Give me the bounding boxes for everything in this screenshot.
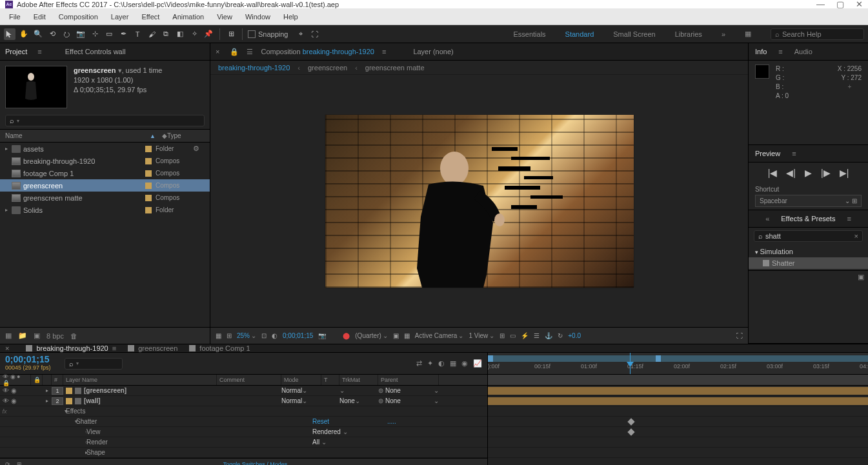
- snap-collapse-icon[interactable]: ⛶: [309, 28, 321, 40]
- workspace-overflow-icon[interactable]: »: [722, 30, 725, 38]
- close-tab-icon[interactable]: ×: [5, 344, 9, 352]
- reset-exposure-icon[interactable]: ↻: [558, 332, 563, 339]
- effect-item[interactable]: Shatter: [749, 257, 868, 269]
- timeline-track[interactable]: [488, 427, 868, 437]
- menu-animation[interactable]: Animation: [166, 10, 210, 23]
- timeline-layer-row[interactable]: 👁◉▸2[wall]NormalNone⊚ None: [0, 396, 487, 406]
- timeline-property-row[interactable]: ▾ShatterReset.....: [0, 417, 487, 427]
- panel-menu-icon[interactable]: ≡: [778, 48, 782, 55]
- text-tool[interactable]: T: [132, 28, 143, 40]
- roto-tool[interactable]: ✧: [188, 28, 200, 40]
- draft-3d-icon[interactable]: ✦: [427, 359, 433, 368]
- play-button[interactable]: ▶: [805, 168, 812, 178]
- timeline-tab[interactable]: breaking-through-1920 ≡: [26, 344, 116, 352]
- hand-tool[interactable]: ✋: [18, 28, 30, 40]
- graph-editor-icon[interactable]: 📈: [473, 359, 482, 368]
- panel-menu-icon[interactable]: ≡: [847, 215, 851, 223]
- zoom-tool[interactable]: 🔍: [32, 28, 44, 40]
- minimize-button[interactable]: —: [816, 0, 825, 9]
- clone-tool[interactable]: ⧉: [160, 28, 172, 40]
- resolution-icon[interactable]: ⊡: [261, 332, 267, 339]
- trash-icon[interactable]: 🗑: [70, 332, 77, 340]
- comp-mini-flowchart-icon[interactable]: ⇄: [416, 359, 422, 368]
- composition-tab[interactable]: Composition breaking-through-1920: [261, 48, 374, 55]
- crumb-item[interactable]: greenscreen matte: [365, 64, 425, 72]
- menu-window[interactable]: Window: [239, 10, 277, 23]
- menu-file[interactable]: File: [3, 10, 27, 23]
- mask-icon[interactable]: ◐: [272, 332, 278, 339]
- crumb-item[interactable]: greenscreen: [308, 64, 347, 72]
- timeline-timecode[interactable]: 0;00;01;15 00045 (29.97 fps): [0, 353, 62, 374]
- tab-preview[interactable]: Preview: [755, 150, 780, 157]
- shape-tool[interactable]: ▭: [103, 28, 115, 40]
- panel-menu-icon[interactable]: ≡: [382, 48, 386, 55]
- hide-shy-icon[interactable]: ◐: [438, 359, 445, 368]
- timeline-track[interactable]: [488, 386, 868, 396]
- layer-tab[interactable]: Layer (none): [413, 48, 453, 55]
- flowchart-icon[interactable]: ⚓: [545, 332, 552, 339]
- maximize-icon[interactable]: ⛶: [736, 332, 743, 339]
- workspace-libraries[interactable]: Libraries: [675, 30, 702, 38]
- menu-effect[interactable]: Effect: [135, 10, 166, 23]
- composition-viewer[interactable]: [210, 75, 748, 327]
- menu-composition[interactable]: Composition: [52, 10, 105, 23]
- tab-effects-presets[interactable]: Effects & Presets: [781, 215, 835, 223]
- timeline-icon[interactable]: ☰: [534, 332, 540, 339]
- panel-menu-icon[interactable]: ≡: [37, 48, 41, 55]
- bpc-label[interactable]: 8 bpc: [46, 332, 64, 340]
- workspace-standard[interactable]: Standard: [565, 30, 594, 38]
- local-axis-icon[interactable]: ⊞: [225, 28, 237, 40]
- timecode-display[interactable]: 0;00;01;15: [283, 332, 313, 339]
- timeline-ruler[interactable]: ):00f00:15f01:00f01:15f02:00f02:15f03:00…: [488, 353, 868, 375]
- project-item[interactable]: footage Comp 1Compos: [0, 167, 210, 179]
- first-frame-button[interactable]: |◀: [768, 168, 778, 178]
- eraser-tool[interactable]: ◧: [174, 28, 186, 40]
- timeline-tab[interactable]: footage Comp 1: [189, 344, 250, 352]
- timeline-track[interactable]: [488, 448, 868, 458]
- menu-view[interactable]: View: [210, 10, 239, 23]
- tab-audio[interactable]: Audio: [794, 48, 812, 55]
- project-item[interactable]: greenscreen matteCompos: [0, 192, 210, 204]
- project-item[interactable]: ▸assetsFolder⚙: [0, 143, 210, 155]
- pixel-aspect-icon[interactable]: ▭: [510, 332, 516, 339]
- new-folder-icon[interactable]: 📁: [18, 331, 27, 340]
- grid-icon[interactable]: ⊞: [227, 332, 232, 339]
- zoom-dropdown[interactable]: 25%: [237, 332, 256, 339]
- timeline-property-row[interactable]: ○ViewRendered ⌄: [0, 427, 487, 437]
- tab-info[interactable]: Info: [755, 48, 767, 55]
- view-icon[interactable]: ⊞: [500, 332, 505, 339]
- brush-tool[interactable]: 🖌: [146, 28, 157, 40]
- fast-preview-icon[interactable]: ⚡: [521, 332, 529, 339]
- camera-dropdown[interactable]: Active Camera: [415, 332, 464, 339]
- timeline-property-row[interactable]: fx▾Effects: [0, 406, 487, 417]
- project-search-input[interactable]: ⌕▾: [5, 115, 205, 126]
- tab-project[interactable]: Project: [5, 48, 27, 55]
- timeline-track[interactable]: [488, 417, 868, 427]
- new-bin-icon[interactable]: ▣: [858, 273, 864, 281]
- timeline-property-row[interactable]: ○RenderAll ⌄: [0, 437, 487, 448]
- crumb-item[interactable]: breaking-through-1920: [218, 64, 290, 72]
- tab-effect-controls[interactable]: Effect Controls wall: [65, 48, 126, 55]
- timeline-track[interactable]: [488, 406, 868, 417]
- channel-icon[interactable]: ⬤: [343, 332, 350, 339]
- timeline-search-input[interactable]: ⌕▾: [65, 358, 123, 370]
- selection-tool[interactable]: [4, 28, 15, 40]
- last-frame-button[interactable]: ▶|: [840, 168, 849, 178]
- project-item[interactable]: ▸SolidsFolder: [0, 204, 210, 216]
- rotation-tool[interactable]: ⭮: [61, 28, 72, 40]
- frame-blend-icon[interactable]: ▦: [450, 359, 456, 368]
- exposure-value[interactable]: +0.0: [568, 332, 581, 339]
- pan-behind-tool[interactable]: ⊹: [89, 28, 101, 40]
- timeline-track[interactable]: [488, 437, 868, 448]
- new-comp-icon[interactable]: ▣: [34, 331, 40, 340]
- timeline-tracks-area[interactable]: ):00f00:15f01:00f01:15f02:00f02:15f03:00…: [488, 353, 868, 465]
- quality-dropdown[interactable]: (Quarter): [355, 332, 388, 339]
- maximize-button[interactable]: ▢: [836, 0, 844, 9]
- workspace-small-screen[interactable]: Small Screen: [613, 30, 655, 38]
- timeline-layer-row[interactable]: 👁◉▸1[greenscreen]Normal⊚ None: [0, 386, 487, 396]
- next-frame-button[interactable]: |▶: [821, 168, 831, 178]
- lock-icon[interactable]: 🔒: [230, 48, 239, 56]
- interpret-icon[interactable]: ▦: [5, 331, 12, 340]
- toggle-switches-modes[interactable]: Toggle Switches / Modes: [223, 461, 288, 466]
- transparency-icon[interactable]: ▦: [404, 332, 410, 339]
